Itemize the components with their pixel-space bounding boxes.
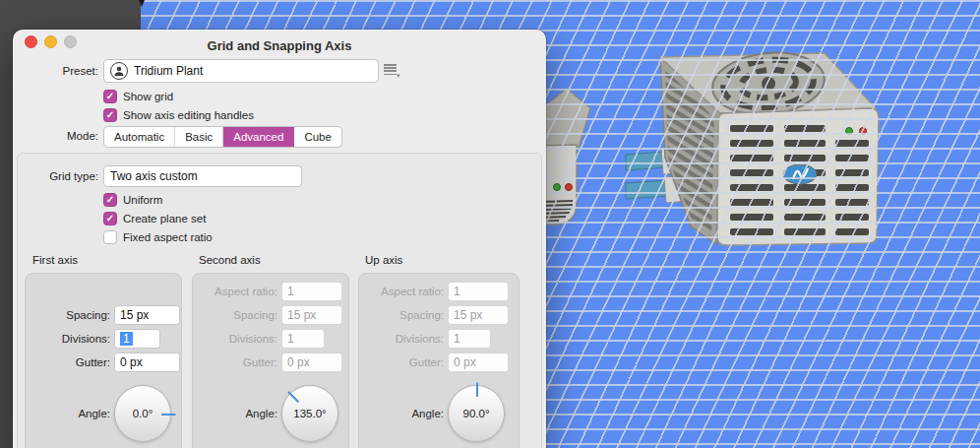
mouse-cursor	[137, 0, 147, 8]
aspect-ratio-input: 1	[281, 282, 342, 301]
up-axis-panel: Aspect ratio: 1 Spacing: 15 px Divisions…	[358, 273, 520, 448]
divisions-input: 1	[281, 329, 325, 349]
mode-label: Mode:	[13, 130, 98, 142]
angle-dial: 90.0°	[448, 385, 505, 442]
aspect-ratio-label: Aspect ratio:	[359, 282, 444, 301]
divisions-value: 1	[454, 332, 460, 346]
mode-option-basic[interactable]: Basic	[175, 127, 223, 147]
mode-segmented-control: Automatic Basic Advanced Cube	[103, 126, 342, 148]
spacing-value: 15 px	[120, 308, 149, 322]
hvac-unit-large[interactable]	[626, 47, 879, 245]
angle-label: Angle:	[26, 404, 110, 423]
gutter-value: 0 px	[120, 355, 143, 369]
spacing-label: Spacing:	[193, 305, 277, 325]
create-plane-set-label: Create plane set	[123, 213, 206, 224]
up-axis-header: Up axis	[365, 254, 402, 266]
divisions-label: Divisions:	[193, 329, 277, 349]
mode-option-advanced[interactable]: Advanced	[223, 127, 294, 147]
spacing-value: 15 px	[287, 308, 316, 322]
grid-and-snapping-axis-dialog: Grid and Snapping Axis Preset: Tridium P…	[13, 30, 546, 448]
show-grid-label: Show grid	[123, 91, 173, 102]
first-axis-panel: Spacing: 15 px Divisions: 1 Gutter: 0 px…	[25, 273, 182, 448]
uniform-label: Uniform	[123, 194, 162, 206]
grid-type-value: Two axis custom	[110, 169, 198, 183]
preset-value: Tridium Plant	[134, 64, 203, 78]
gutter-label: Gutter:	[359, 352, 444, 372]
show-axis-handles-checkbox[interactable]	[103, 108, 117, 122]
gutter-input[interactable]: 0 px	[114, 352, 180, 372]
chevron-down-icon: ▾	[397, 72, 400, 80]
spacing-input: 15 px	[281, 305, 342, 325]
spacing-input: 15 px	[448, 305, 509, 325]
spacing-input[interactable]: 15 px	[114, 305, 180, 325]
list-menu-icon	[384, 64, 397, 77]
preset-label: Preset:	[13, 65, 98, 77]
show-axis-handles-label: Show axis editing handles	[123, 109, 254, 121]
divisions-input: 1	[448, 329, 491, 349]
first-axis-header: First axis	[32, 254, 78, 266]
angle-dial[interactable]: 0.0°	[114, 385, 171, 442]
fixed-aspect-ratio-label: Fixed aspect ratio	[123, 231, 213, 243]
fixed-aspect-ratio-checkbox[interactable]	[103, 230, 117, 244]
gutter-label: Gutter:	[193, 352, 277, 372]
dialog-title: Grid and Snapping Axis	[13, 38, 546, 53]
divisions-label: Divisions:	[359, 329, 444, 349]
status-led-green	[554, 184, 561, 191]
divisions-label: Divisions:	[26, 329, 110, 349]
gutter-input: 0 px	[448, 352, 509, 372]
gutter-input: 0 px	[281, 352, 342, 372]
angle-label: Angle:	[193, 404, 277, 423]
angle-dial: 135.0°	[281, 385, 338, 442]
preset-input[interactable]: Tridium Plant	[103, 59, 379, 83]
aspect-ratio-value: 1	[454, 285, 460, 298]
grid-type-label: Grid type:	[13, 170, 98, 182]
spacing-value: 15 px	[454, 308, 482, 322]
second-axis-panel: Aspect ratio: 1 Spacing: 15 px Divisions…	[192, 273, 349, 448]
mode-option-automatic[interactable]: Automatic	[104, 127, 175, 147]
aspect-ratio-input: 1	[448, 282, 509, 301]
aspect-ratio-value: 1	[287, 285, 294, 298]
create-plane-set-checkbox[interactable]	[103, 212, 117, 225]
divisions-value-selected: 1	[120, 332, 133, 346]
gutter-label: Gutter:	[26, 352, 110, 372]
status-led-green	[846, 128, 853, 135]
angle-label: Angle:	[359, 404, 444, 423]
gutter-value: 0 px	[454, 355, 476, 369]
aspect-ratio-label: Aspect ratio:	[193, 282, 277, 301]
spacing-label: Spacing:	[26, 305, 110, 325]
divisions-value: 1	[287, 332, 294, 346]
second-axis-header: Second axis	[199, 254, 261, 266]
preset-menu-button[interactable]: ▾	[384, 63, 403, 79]
status-led-red	[566, 184, 573, 191]
gutter-value: 0 px	[287, 355, 310, 369]
grid-type-input[interactable]: Two axis custom	[103, 165, 302, 187]
mode-option-cube[interactable]: Cube	[294, 127, 341, 147]
status-led-red	[860, 128, 867, 135]
uniform-checkbox[interactable]	[103, 193, 117, 207]
user-icon	[110, 62, 128, 80]
show-grid-checkbox[interactable]	[103, 90, 117, 103]
spacing-label: Spacing:	[359, 305, 444, 325]
divisions-input[interactable]: 1	[114, 329, 160, 349]
brand-logo	[783, 164, 817, 184]
